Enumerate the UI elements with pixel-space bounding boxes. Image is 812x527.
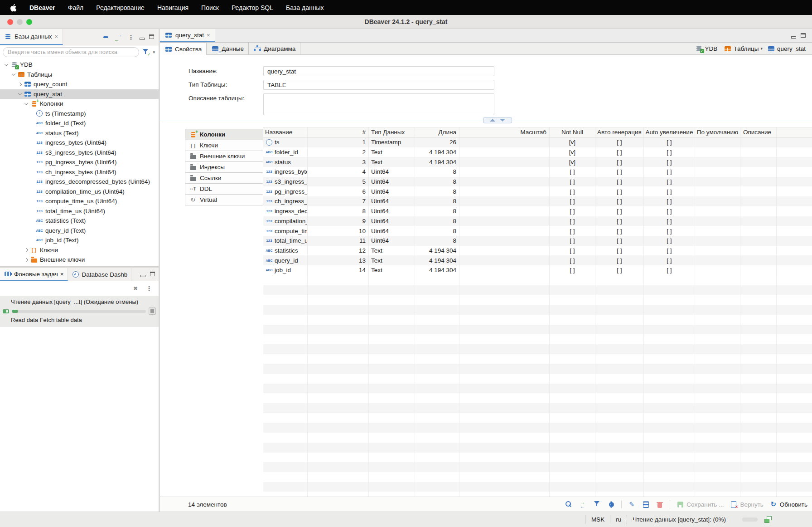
object-section-tab[interactable]: Ключи: [185, 140, 263, 151]
column-autogen[interactable]: [ ]: [595, 265, 644, 275]
menu-item[interactable]: Редактирование: [96, 4, 145, 11]
column-autoinc[interactable]: [ ]: [644, 216, 695, 226]
column-autoinc[interactable]: [ ]: [644, 157, 695, 167]
col-header-type[interactable]: Тип Данных: [369, 127, 415, 137]
column-row[interactable]: compilation_time_us 9 Uint64 8 [ ] [ ] […: [263, 216, 812, 226]
close-icon[interactable]: ×: [207, 32, 210, 39]
horizontal-sash[interactable]: [160, 120, 812, 121]
tree-item[interactable]: Таблицы: [0, 70, 159, 80]
transfer-config-icon[interactable]: [579, 501, 587, 508]
menu-app-name[interactable]: DBeaver: [29, 4, 55, 11]
tree-item[interactable]: pg_ingress_bytes (Uint64): [0, 157, 159, 167]
column-autoinc[interactable]: [ ]: [644, 236, 695, 246]
object-section-tab[interactable]: Virtual: [185, 194, 263, 205]
timezone-indicator[interactable]: MSK: [585, 515, 610, 524]
column-row[interactable]: query_id 13 Text 4 194 304 [ ] [ ] [ ]: [263, 255, 812, 265]
column-row[interactable]: compute_time_us 10 Uint64 8 [ ] [ ] [ ]: [263, 226, 812, 236]
column-notnull[interactable]: [ ]: [550, 167, 595, 177]
tree-expander-icon[interactable]: [3, 63, 10, 66]
column-notnull[interactable]: [ ]: [550, 265, 595, 275]
column-autoinc[interactable]: [ ]: [644, 206, 695, 216]
maximize-panel-icon[interactable]: [149, 34, 154, 39]
column-row[interactable]: pg_ingress_bytes 6 Uint64 8 [ ] [ ] [ ]: [263, 186, 812, 196]
maximize-panel-icon[interactable]: [150, 272, 155, 276]
menu-item[interactable]: Редактор SQL: [232, 4, 273, 11]
editor-subtab[interactable]: Свойства: [160, 43, 207, 55]
filter-dropdown-icon[interactable]: ▾: [153, 50, 155, 54]
column-row[interactable]: job_id 14 Text 4 194 304 [ ] [ ] [ ]: [263, 265, 812, 275]
column-autoinc[interactable]: [ ]: [644, 167, 695, 177]
column-notnull[interactable]: [ ]: [550, 186, 595, 196]
apple-logo-icon[interactable]: [10, 4, 17, 11]
delete-icon[interactable]: [656, 501, 664, 508]
tree-item[interactable]: Ключи: [0, 245, 159, 255]
tree-item[interactable]: ts (Timestamp): [0, 109, 159, 119]
language-indicator[interactable]: ru: [610, 515, 627, 524]
gear-icon[interactable]: [607, 501, 615, 508]
collapse-down-icon[interactable]: [500, 119, 505, 122]
tree-item[interactable]: s3_ingress_bytes (Uint64): [0, 148, 159, 158]
tree-item[interactable]: compute_time_us (Uint64): [0, 196, 159, 206]
breadcrumb-item[interactable]: query_stat: [767, 45, 807, 52]
tree-item[interactable]: ingress_decompressed_bytes (Uint64): [0, 177, 159, 187]
column-notnull[interactable]: [ ]: [550, 236, 595, 246]
col-header-name[interactable]: Название: [263, 127, 308, 137]
view-menu-icon[interactable]: [127, 34, 135, 41]
tree-item[interactable]: compilation_time_us (Uint64): [0, 187, 159, 197]
close-icon[interactable]: ×: [55, 33, 58, 40]
column-notnull[interactable]: [v]: [550, 157, 595, 167]
column-row[interactable]: statistics 12 Text 4 194 304 [ ] [ ] [ ]: [263, 246, 812, 256]
column-autogen[interactable]: [ ]: [595, 157, 644, 167]
col-header-autogen[interactable]: Авто генерация: [595, 127, 644, 137]
edit-icon[interactable]: [628, 501, 636, 508]
tree-item[interactable]: status (Text): [0, 128, 159, 138]
collapse-up-icon[interactable]: [490, 119, 495, 122]
col-header-number[interactable]: #: [308, 127, 369, 137]
filter-grid-icon[interactable]: [593, 501, 601, 508]
tree-item[interactable]: job_id (Text): [0, 235, 159, 245]
table-description-field[interactable]: [263, 93, 494, 115]
stop-task-button[interactable]: [149, 307, 156, 315]
refresh-button[interactable]: Обновить: [769, 501, 807, 508]
object-section-tab[interactable]: Ссылки: [185, 172, 263, 184]
tab-background-tasks[interactable]: Фоновые задач ×: [0, 268, 68, 281]
object-section-tab[interactable]: Внешние ключи: [185, 151, 263, 162]
minimize-window-button[interactable]: [17, 19, 23, 25]
col-header-notnull[interactable]: Not Null: [550, 127, 595, 137]
column-autogen[interactable]: [ ]: [595, 246, 644, 256]
link-with-editor-icon[interactable]: [114, 34, 122, 41]
tree-expander-icon[interactable]: [16, 83, 24, 86]
column-notnull[interactable]: [ ]: [550, 206, 595, 216]
tree-item[interactable]: query_stat: [0, 89, 159, 99]
editor-subtab[interactable]: Данные: [207, 43, 249, 54]
column-row[interactable]: ingress_decompressed_bytes 8 Uint64 8 [ …: [263, 206, 812, 216]
column-autoinc[interactable]: [ ]: [644, 186, 695, 196]
object-section-tab[interactable]: Индексы: [185, 161, 263, 173]
tab-database-dashboard[interactable]: Database Dashb: [68, 268, 132, 281]
column-notnull[interactable]: [ ]: [550, 196, 595, 206]
column-autogen[interactable]: [ ]: [595, 137, 644, 147]
col-header-description[interactable]: Описание: [740, 127, 777, 137]
close-window-button[interactable]: [7, 19, 13, 25]
tree-item[interactable]: query_count: [0, 79, 159, 89]
zoom-window-button[interactable]: [26, 19, 32, 25]
column-autogen[interactable]: [ ]: [595, 147, 644, 157]
tree-item[interactable]: ingress_bytes (Uint64): [0, 138, 159, 148]
revert-button[interactable]: Вернуть: [730, 501, 763, 508]
column-notnull[interactable]: [ ]: [550, 255, 595, 265]
column-autoinc[interactable]: [ ]: [644, 226, 695, 236]
minimize-editor-icon[interactable]: [791, 36, 796, 39]
column-autoinc[interactable]: [ ]: [644, 246, 695, 256]
column-autoinc[interactable]: [ ]: [644, 137, 695, 147]
tree-item[interactable]: statistics (Text): [0, 216, 159, 226]
column-row[interactable]: ch_ingress_bytes 7 Uint64 8 [ ] [ ] [ ]: [263, 196, 812, 206]
tree-item[interactable]: query_id (Text): [0, 226, 159, 236]
column-notnull[interactable]: [ ]: [550, 246, 595, 256]
object-section-tab[interactable]: DDL: [185, 183, 263, 195]
col-header-default[interactable]: По умолчанию: [695, 127, 740, 137]
column-autogen[interactable]: [ ]: [595, 226, 644, 236]
column-notnull[interactable]: [ ]: [550, 177, 595, 187]
background-windows-icon[interactable]: [764, 516, 772, 523]
column-row[interactable]: ts 1 Timestamp 26 [v] [ ] [ ]: [263, 137, 812, 147]
column-notnull[interactable]: [ ]: [550, 226, 595, 236]
